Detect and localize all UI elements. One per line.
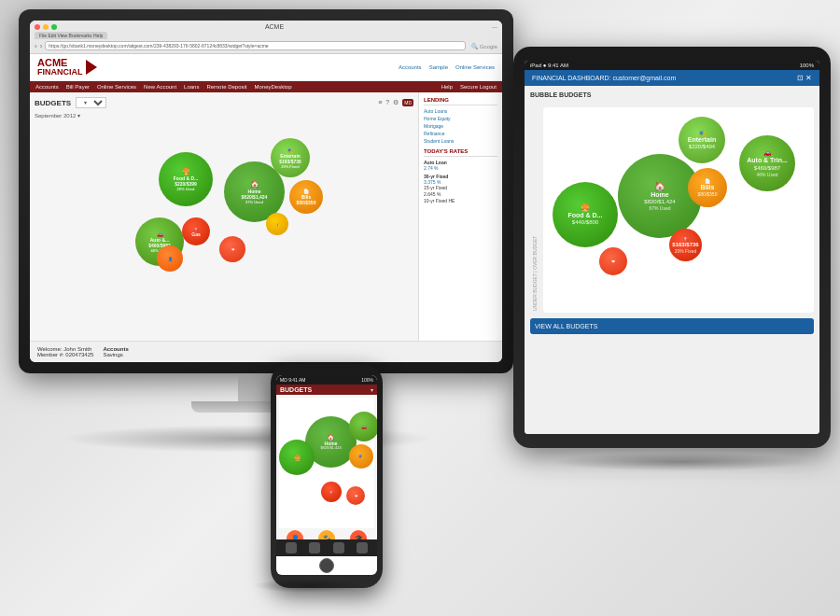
tablet-bubble-gas[interactable]: ⛽ $163/$736 20% Fixed	[669, 229, 702, 261]
browser-dots	[35, 24, 57, 30]
phone-toolbar-icon-3[interactable]	[333, 542, 344, 553]
browser-title: ACME	[265, 23, 284, 30]
phone-icon-1[interactable]: 👤	[287, 530, 303, 539]
bubble-food[interactable]: 🍔 Food & D... $220/$399 20% Used	[159, 152, 213, 206]
browser-urlbar: ‹ › https://go.fvbank1.moneydesktop.com/…	[35, 41, 497, 50]
phone-toolbar-icon-4[interactable]	[357, 542, 368, 553]
nav-help[interactable]: Help	[441, 84, 453, 90]
settings-icon[interactable]: ⚙	[393, 99, 399, 106]
nav-money[interactable]: MoneyDesktop	[254, 84, 291, 90]
bank-main: BUDGETS ▾ ≡ ? ⚙ MD	[30, 92, 418, 341]
logo-triangle-icon	[86, 60, 97, 75]
phone-bubble-food[interactable]: 🍔	[279, 440, 315, 475]
browser-titlebar: ACME ⋯	[35, 23, 497, 30]
browser-tab[interactable]: File Edit View Bookmarks Help	[35, 32, 107, 39]
bubble-personal[interactable]: 👤	[157, 245, 183, 272]
close-icon[interactable]	[35, 24, 40, 30]
header-link[interactable]: Online Services	[455, 64, 495, 70]
phone-bubble-gas[interactable]: ⛽	[321, 482, 342, 502]
phone: MD 9:41 AM 100% BUDGETS ▾ 🏠 Home $820/$1…	[271, 364, 383, 588]
sidebar-auto-loans[interactable]: Auto Loans	[424, 108, 497, 114]
nav-right: Help Secure Logout	[441, 84, 497, 90]
phone-home-button[interactable]	[319, 558, 334, 573]
budgets-icons: ≡ ? ⚙ MD	[378, 99, 413, 106]
rate-10yr: 10-yr Fixed HE	[424, 198, 497, 203]
budgets-header: BUDGETS ▾ ≡ ? ⚙ MD	[35, 97, 413, 108]
phone-shadow	[252, 579, 364, 593]
bubble-health[interactable]: ❤	[219, 236, 245, 262]
phone-bubble-entertain[interactable]: 🎭	[349, 444, 373, 469]
phone-bottom-toolbar	[276, 539, 377, 556]
date-filter[interactable]: September 2012 ▾	[35, 112, 413, 119]
header-link[interactable]: Accounts	[399, 64, 422, 70]
phone-nav-label: BUDGETS	[280, 386, 312, 393]
forward-icon[interactable]: ›	[40, 42, 43, 50]
tablet-section-title: BUBBLE BUDGETS	[530, 91, 591, 98]
md-icon[interactable]: MD	[402, 99, 413, 106]
bubble-entertain[interactable]: 🎭 Entertain $163/$736 20% Fixed	[271, 138, 310, 177]
list-icon[interactable]: ≡	[378, 99, 382, 106]
monitor: ACME ⋯ File Edit View Bookmarks Help ‹ ›…	[19, 9, 513, 411]
nav-logout[interactable]: Secure Logout	[460, 84, 497, 90]
bubble-bills[interactable]: 📄 Bills $80/$350	[289, 180, 323, 214]
back-icon[interactable]: ‹	[35, 42, 37, 50]
bubble-savings[interactable]: 💰	[266, 213, 288, 235]
sidebar-mortgage[interactable]: Mortgage	[424, 123, 497, 129]
phone-screen: MD 9:41 AM 100% BUDGETS ▾ 🏠 Home $820/$1…	[276, 375, 377, 575]
tablet-y-label: UNDER BUDGET | OVER BUDGET	[530, 107, 539, 313]
phone-toolbar-icon-1[interactable]	[286, 542, 297, 553]
nav-loans[interactable]: Loans	[184, 84, 199, 90]
tablet-bubble-bills[interactable]: 📄 Bills $80/$350	[688, 168, 727, 207]
sidebar-student-loans[interactable]: Student Loans	[424, 138, 497, 144]
bank-logo: ACME FINANCIAL	[37, 58, 97, 77]
browser-chrome: ACME ⋯ File Edit View Bookmarks Help ‹ ›…	[30, 21, 502, 54]
tablet-header: FINANCIAL DASHBOARD: customer@gmail.com …	[525, 70, 819, 86]
bank-header: ACME FINANCIAL Accounts Sample Online Se…	[30, 54, 502, 81]
nav-accounts[interactable]: Accounts	[35, 84, 59, 90]
logo-text: ACME FINANCIAL	[37, 58, 83, 77]
tablet-shadow	[551, 453, 812, 471]
monitor-bezel: ACME ⋯ File Edit View Bookmarks Help ‹ ›…	[30, 21, 502, 362]
phone-icon-2[interactable]: 🐾	[318, 530, 335, 539]
tablet-status-left: iPad ● 9:41 AM	[530, 63, 568, 68]
tablet-bubble-entertain[interactable]: 🎭 Entertain $220/$494	[679, 117, 725, 163]
bank-header-right: Accounts Sample Online Services	[399, 64, 495, 70]
maximize-icon[interactable]	[51, 24, 57, 30]
bubble-gas[interactable]: ⛽ Gas	[182, 217, 210, 245]
phone-outer: MD 9:41 AM 100% BUDGETS ▾ 🏠 Home $820/$1…	[271, 364, 383, 588]
phone-nav-icon[interactable]: ▾	[371, 386, 373, 393]
scene: ACME ⋯ File Edit View Bookmarks Help ‹ ›…	[0, 0, 840, 616]
tablet-bubble-auto[interactable]: 🚗 Auto & Trin... $460/$987 46% Used	[739, 135, 795, 191]
tablet-screen: iPad ● 9:41 AM 100% FINANCIAL DASHBOARD:…	[525, 61, 819, 434]
budgets-title: BUDGETS	[35, 99, 71, 107]
tablet-status-bar: iPad ● 9:41 AM 100%	[525, 61, 819, 70]
budgets-dropdown[interactable]: ▾	[76, 97, 106, 108]
help-icon[interactable]: ?	[385, 99, 389, 106]
monitor-outer: ACME ⋯ File Edit View Bookmarks Help ‹ ›…	[19, 9, 513, 373]
phone-icon-3[interactable]: 🎓	[350, 530, 367, 539]
bank-sidebar: LENDING Auto Loans Home Equity Mortgage …	[418, 92, 502, 341]
url-input[interactable]: https://go.fvbank1.moneydesktop.com/atig…	[45, 41, 466, 50]
phone-bubble-health[interactable]: ❤	[346, 486, 365, 505]
tablet-status-right: 100%	[800, 63, 814, 68]
bank-content: BUDGETS ▾ ≡ ? ⚙ MD	[30, 92, 502, 341]
tablet-header-icons: ⊡ ✕	[797, 74, 812, 82]
search-input[interactable]: 🔍 Google	[471, 43, 497, 49]
nav-remote[interactable]: Remote Deposit	[206, 84, 246, 90]
nav-billpayer[interactable]: Bill Payer	[66, 84, 90, 90]
sidebar-refinance[interactable]: Refinance	[424, 131, 497, 136]
browser-tabs: File Edit View Bookmarks Help	[35, 32, 497, 39]
header-link[interactable]: Sample	[429, 64, 448, 70]
phone-bubble-auto[interactable]: 🚗	[349, 412, 377, 441]
phone-nav: BUDGETS ▾	[276, 385, 377, 395]
nav-online[interactable]: Online Services	[97, 84, 136, 90]
phone-status-bar: MD 9:41 AM 100%	[276, 375, 377, 385]
view-all-budgets-button[interactable]: VIEW ALL BUDGETS	[530, 318, 814, 334]
phone-toolbar-icon-2[interactable]	[309, 542, 320, 553]
minimize-icon[interactable]	[43, 24, 49, 30]
nav-newaccount[interactable]: New Account	[144, 84, 176, 90]
rates-title: TODAY'S RATES	[424, 148, 497, 157]
sidebar-home-equity[interactable]: Home Equity	[424, 116, 497, 121]
tablet-bubble-food[interactable]: 🍔 Food & D... $440/$800	[553, 182, 618, 247]
tablet-bubble-health[interactable]: ❤	[599, 247, 627, 275]
